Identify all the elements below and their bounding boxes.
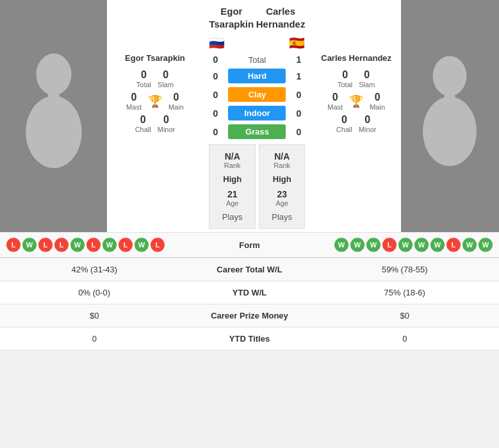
left-flag: 🇷🇺 (209, 35, 225, 51)
grass-score-left: 0 (202, 127, 228, 137)
left-rank-value: N/A (225, 151, 240, 162)
hard-score-row: 0 Hard 1 (202, 67, 311, 85)
svg-point-1 (26, 96, 82, 169)
stats-center-label: Career Total W/L (179, 265, 320, 274)
clay-score-right: 0 (286, 90, 311, 100)
indoor-score-right: 0 (286, 108, 311, 119)
form-badge-right: W (462, 238, 477, 252)
stats-row: 0% (0-0)YTD W/L75% (18-6) (0, 281, 499, 304)
left-player-name: Egor Tsarapkin (125, 53, 185, 63)
form-badge-left: W (22, 238, 37, 252)
hard-score-right: 1 (286, 71, 311, 81)
left-name-center: Egor Tsarapkin (209, 5, 254, 30)
total-score-left: 0 (202, 54, 228, 65)
left-high-value: High (223, 174, 241, 184)
form-badge-left: W (70, 238, 85, 252)
form-badge-right: W (366, 238, 380, 252)
form-badge-right: W (398, 238, 413, 252)
clay-score-left: 0 (202, 90, 228, 100)
stats-right-value: 0 (320, 334, 490, 344)
stats-center-label: Career Prize Money (179, 311, 320, 320)
form-badge-left: W (102, 238, 117, 252)
main-container: Egor Tsarapkin 0 Total 0 Slam 0 Mast (0, 0, 499, 351)
grass-badge: Grass (228, 124, 286, 139)
left-player-photo (0, 0, 107, 232)
right-plays-label: Plays (272, 212, 292, 222)
right-chall-value: 0 (341, 114, 347, 126)
stats-row: 42% (31-43)Career Total W/L59% (78-55) (0, 258, 499, 281)
form-badge-right: W (334, 238, 348, 252)
total-label: Total (228, 55, 286, 65)
stats-left-value: 0% (0-0) (10, 288, 179, 297)
right-rank-value: N/A (274, 151, 290, 162)
svg-point-3 (433, 56, 467, 95)
stats-center-label: YTD Titles (179, 334, 320, 344)
indoor-score-row: 0 Indoor 0 (202, 104, 311, 122)
form-badge-left: L (119, 238, 133, 252)
clay-badge: Clay (228, 87, 286, 102)
svg-point-4 (423, 97, 477, 166)
form-badge-left: W (135, 238, 149, 252)
left-plays-label: Plays (222, 212, 243, 222)
clay-score-row: 0 Clay 0 (202, 85, 311, 104)
stats-left-value: 42% (31-43) (10, 265, 179, 274)
form-badge-right: W (414, 238, 429, 252)
form-badge-left: L (86, 238, 101, 252)
right-minor-value: 0 (364, 114, 370, 126)
right-main-label: Main (370, 103, 385, 111)
right-total-label: Total (338, 81, 352, 88)
right-age-label: Age (275, 199, 288, 207)
right-player-name: Carles Hernandez (321, 53, 391, 63)
flags-row: 🇷🇺 🇪🇸 (202, 33, 311, 53)
left-form-badges: LWLLWLWLWL (6, 238, 211, 252)
stats-right-value: $0 (320, 311, 490, 320)
trophy-icon-right: 🏆 (349, 94, 363, 108)
form-badge-left: L (151, 238, 165, 252)
total-score-right: 1 (286, 54, 311, 65)
stats-center-label: YTD W/L (179, 288, 320, 297)
hard-score-left: 0 (202, 71, 228, 81)
form-badge-left: L (38, 238, 53, 252)
left-mast-value: 0 (131, 92, 137, 103)
stats-row: $0Career Prize Money$0 (0, 304, 499, 328)
form-badge-right: L (382, 238, 397, 252)
right-detail-box: N/A Rank High 23 Age Plays (259, 144, 306, 229)
indoor-badge: Indoor (228, 106, 286, 120)
stats-right-value: 75% (18-6) (320, 288, 490, 297)
grass-score-right: 0 (286, 127, 311, 137)
names-header: Egor Tsarapkin Carles Hernandez (202, 0, 311, 33)
total-score-row: 0 Total 1 (202, 53, 311, 67)
left-slam-label: Slam (158, 81, 174, 88)
left-player-stats: Egor Tsarapkin 0 Total 0 Slam 0 Mast (107, 0, 202, 232)
form-section: LWLLWLWLWL Form WWWLWWWLWW (0, 232, 499, 257)
right-player-photo (401, 0, 499, 232)
left-chall-label: Chall (135, 126, 151, 133)
stats-left-value: $0 (10, 311, 179, 320)
form-badge-right: L (446, 238, 461, 252)
right-form-badges: WWWLWWWLWW (288, 238, 493, 252)
left-total-value: 0 (141, 69, 147, 81)
left-chall-value: 0 (140, 114, 146, 126)
stats-row: 0YTD Titles0 (0, 328, 499, 351)
form-badge-right: W (430, 238, 445, 252)
form-badge-left: L (54, 238, 69, 252)
right-age-value: 23 (277, 189, 287, 199)
svg-point-0 (36, 54, 71, 95)
stats-left-value: 0 (10, 334, 179, 344)
right-chall-label: Chall (336, 126, 352, 133)
indoor-score-left: 0 (202, 108, 228, 119)
hard-badge: Hard (228, 69, 286, 83)
left-mast-label: Mast (126, 103, 142, 111)
right-high-value: High (273, 174, 291, 184)
left-main-label: Main (168, 103, 184, 111)
form-label: Form (211, 240, 288, 250)
center-column: Egor Tsarapkin Carles Hernandez 🇷🇺 🇪🇸 0 … (202, 0, 311, 232)
grass-score-row: 0 Grass 0 (202, 122, 311, 141)
left-slam-value: 0 (163, 69, 168, 81)
right-flag: 🇪🇸 (289, 35, 305, 51)
bottom-stats: 42% (31-43)Career Total W/L59% (78-55)0%… (0, 257, 499, 351)
left-age-value: 21 (227, 189, 238, 199)
left-minor-value: 0 (163, 114, 169, 126)
form-badge-right: W (479, 238, 493, 252)
form-badge-right: W (350, 238, 364, 252)
